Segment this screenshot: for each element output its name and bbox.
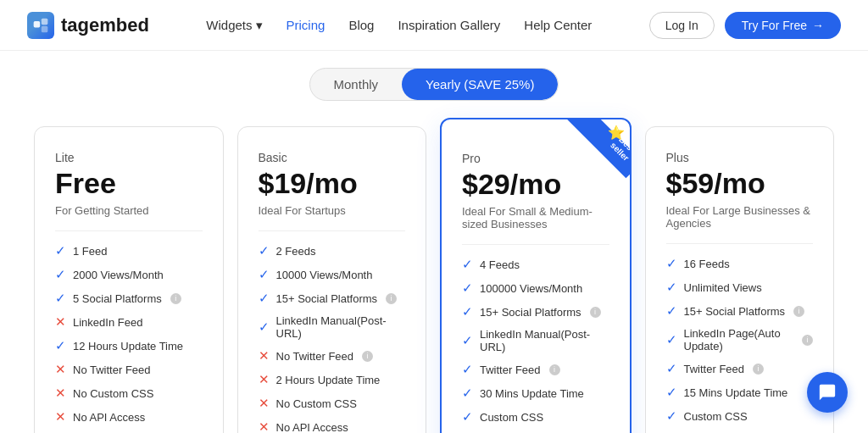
list-item: ✓Custom CSS xyxy=(666,408,814,424)
list-item: ✓Twitter Feedi xyxy=(462,362,609,377)
list-item: ✓LinkedIn Manual(Post-URL) xyxy=(462,328,609,353)
bestseller-star: ⭐ xyxy=(608,125,625,141)
info-icon: i xyxy=(549,364,560,375)
check-icon: ✓ xyxy=(55,267,66,282)
list-item: ✓16 Feeds xyxy=(666,256,814,271)
list-item: ✕No API Access xyxy=(55,409,203,425)
check-icon: ✓ xyxy=(462,304,473,319)
check-icon: ✓ xyxy=(666,408,677,424)
navbar: tagembed Widgets ▾ Pricing Blog Inspirat… xyxy=(0,0,868,51)
svg-rect-1 xyxy=(42,18,48,25)
pricing-cards: Lite Free For Getting Started ✓1 Feed ✓2… xyxy=(27,126,841,433)
list-item: ✓LinkedIn Manual(Post-URL) xyxy=(259,314,406,340)
check-icon: ✓ xyxy=(462,257,473,272)
svg-rect-2 xyxy=(42,25,48,32)
yearly-toggle[interactable]: Yearly (SAVE 25%) xyxy=(402,69,558,100)
list-item: ✕2 Hours Update Time xyxy=(259,372,406,387)
plan-plus-features: ✓16 Feeds ✓Unlimited Views ✓15+ Social P… xyxy=(666,256,814,433)
plan-basic-label: Basic xyxy=(259,151,406,164)
x-icon: ✕ xyxy=(259,372,270,387)
info-icon: i xyxy=(170,293,181,304)
list-item: ✕LinkedIn Feed xyxy=(55,314,203,330)
logo-icon xyxy=(27,12,54,39)
list-item: ✓12 Hours Update Time xyxy=(55,338,203,353)
x-icon: ✕ xyxy=(55,409,66,425)
x-icon: ✕ xyxy=(259,396,270,411)
check-icon: ✓ xyxy=(462,280,473,296)
list-item: ✓2 Feeds xyxy=(259,243,406,258)
info-icon: i xyxy=(362,351,373,362)
plan-lite-features: ✓1 Feed ✓2000 Views/Month ✓5 Social Plat… xyxy=(55,243,203,433)
list-item: ✓30 Mins Update Time xyxy=(462,386,609,401)
x-icon: ✕ xyxy=(259,348,270,364)
list-item: ✕No Custom CSS xyxy=(259,396,406,411)
nav-actions: Log In Try For Free → xyxy=(649,12,841,39)
plan-lite-price: Free xyxy=(55,168,203,199)
list-item: ✓2000 Views/Month xyxy=(55,267,203,282)
info-icon: i xyxy=(590,307,601,318)
list-item: ✓15+ Social Platformsi xyxy=(666,303,814,319)
list-item: ✓LinkedIn Page(Auto Update)i xyxy=(666,327,814,353)
check-icon: ✓ xyxy=(462,362,473,377)
plan-plus-desc: Ideal For Large Businesses & Agencies xyxy=(666,204,814,230)
list-item: ✓15+ Social Platformsi xyxy=(462,304,609,319)
x-icon: ✕ xyxy=(55,314,66,330)
check-icon: ✓ xyxy=(259,267,270,282)
plan-basic-price: $19/mo xyxy=(259,168,406,199)
check-icon: ✓ xyxy=(462,333,473,348)
plan-plus-price: $59/mo xyxy=(666,168,814,199)
nav-blog[interactable]: Blog xyxy=(348,18,374,32)
check-icon: ✓ xyxy=(462,386,473,401)
info-icon: i xyxy=(386,293,397,304)
plan-pro-features: ✓4 Feeds ✓100000 Views/Month ✓15+ Social… xyxy=(462,257,609,433)
chat-button[interactable] xyxy=(807,372,848,413)
plan-basic-features: ✓2 Feeds ✓10000 Views/Month ✓15+ Social … xyxy=(259,243,406,433)
list-item: ✕No API Access xyxy=(259,419,406,433)
nav-inspiration[interactable]: Inspiration Gallery xyxy=(398,18,500,32)
check-icon: ✓ xyxy=(55,338,66,353)
plan-pro-desc: Ideal For Small & Medium-sized Businesse… xyxy=(462,205,609,230)
plan-lite-desc: For Getting Started xyxy=(55,204,203,217)
list-item: ✕No Custom CSS xyxy=(55,386,203,401)
billing-toggle-section: Monthly Yearly (SAVE 25%) xyxy=(0,51,868,109)
svg-rect-0 xyxy=(34,21,41,28)
list-item: ✕No Twitter Feedi xyxy=(259,348,406,364)
list-item: ✓15 Mins Update Time xyxy=(666,385,814,400)
arrow-right-icon: → xyxy=(812,19,824,32)
nav-widgets[interactable]: Widgets ▾ xyxy=(206,18,262,33)
list-item: ✕No Twitter Feed xyxy=(55,362,203,377)
login-button[interactable]: Log In xyxy=(649,12,715,39)
billing-toggle: Monthly Yearly (SAVE 25%) xyxy=(309,68,559,101)
check-icon: ✓ xyxy=(259,291,270,306)
list-item: ✓100000 Views/Month xyxy=(462,280,609,296)
plan-plus: Plus $59/mo Ideal For Large Businesses &… xyxy=(645,126,835,433)
nav-links: Widgets ▾ Pricing Blog Inspiration Galle… xyxy=(206,18,592,33)
check-icon: ✓ xyxy=(666,332,677,347)
x-icon: ✕ xyxy=(55,362,66,377)
list-item: ✓5 Social Platformsi xyxy=(55,291,203,306)
check-icon: ✓ xyxy=(666,361,677,376)
try-free-button[interactable]: Try For Free → xyxy=(725,12,841,39)
nav-help[interactable]: Help Center xyxy=(524,18,592,32)
check-icon: ✓ xyxy=(666,303,677,319)
plan-lite-label: Lite xyxy=(55,151,203,164)
check-icon: ✓ xyxy=(55,243,66,258)
monthly-toggle[interactable]: Monthly xyxy=(310,69,403,100)
info-icon: i xyxy=(793,306,804,317)
x-icon: ✕ xyxy=(55,386,66,401)
check-icon: ✓ xyxy=(462,409,473,425)
plan-plus-label: Plus xyxy=(666,151,814,164)
plan-pro: Bestseller ⭐ Pro $29/mo Ideal For Small … xyxy=(440,118,632,433)
list-item: ✓15+ Social Platformsi xyxy=(259,291,406,306)
chevron-down-icon: ▾ xyxy=(256,18,263,33)
list-item: ✓10000 Views/Month xyxy=(259,267,406,282)
list-item: ✓1 Feed xyxy=(55,243,203,258)
list-item: ✓Twitter Feedi xyxy=(666,361,814,376)
plan-basic: Basic $19/mo Ideal For Startups ✓2 Feeds… xyxy=(237,126,427,433)
list-item: ✓Custom CSS xyxy=(462,409,609,425)
check-icon: ✓ xyxy=(55,291,66,306)
info-icon: i xyxy=(802,335,813,346)
logo[interactable]: tagembed xyxy=(27,12,149,39)
x-icon: ✕ xyxy=(259,419,270,433)
nav-pricing[interactable]: Pricing xyxy=(287,18,326,32)
